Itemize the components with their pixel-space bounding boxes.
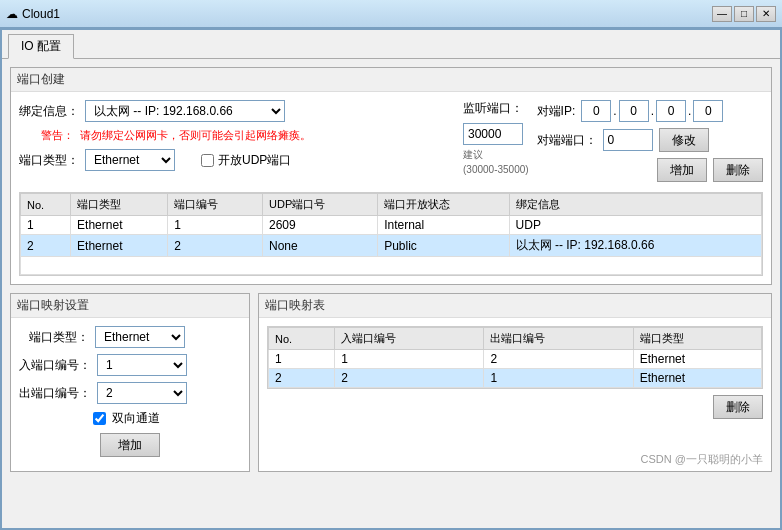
col-bind: 绑定信息 <box>509 194 761 216</box>
main-window: IO 配置 端口创建 绑定信息： 以太网 -- IP: 192.168.0.66 <box>0 28 782 530</box>
delete-port-button[interactable]: 删除 <box>713 158 763 182</box>
map-delete-button[interactable]: 删除 <box>713 395 763 419</box>
remote-ip-row: 对端IP: . . . <box>537 100 763 122</box>
ip-dot-1: . <box>613 104 616 118</box>
row1-bind: UDP <box>509 216 761 235</box>
map-col-inport: 入端口编号 <box>335 328 484 350</box>
tab-io-config[interactable]: IO 配置 <box>8 34 74 59</box>
cloud-icon: ☁ <box>6 7 18 21</box>
port-map-table-body-rows: 1 1 2 Ethernet 2 2 1 Ethernet <box>269 350 762 388</box>
main-content: 端口创建 绑定信息： 以太网 -- IP: 192.168.0.66 <box>2 59 780 488</box>
add-port-button[interactable]: 增加 <box>657 158 707 182</box>
row2-udpport: None <box>263 235 378 257</box>
map-delete-row: 删除 <box>267 395 763 419</box>
edit-button[interactable]: 修改 <box>659 128 709 152</box>
in-port-label: 入端口编号： <box>19 357 91 374</box>
ip-box-1[interactable] <box>581 100 611 122</box>
remote-port-input[interactable] <box>603 129 653 151</box>
ip-box-2[interactable] <box>619 100 649 122</box>
map-col-no: No. <box>269 328 335 350</box>
maprow1-type: Ethernet <box>633 350 761 369</box>
maprow2-outport: 1 <box>484 369 633 388</box>
row2-type: Ethernet <box>71 235 168 257</box>
port-table-head: No. 端口类型 端口编号 UDP端口号 端口开放状态 绑定信息 <box>21 194 762 216</box>
listen-port-input[interactable]: 30000 <box>463 123 523 145</box>
in-port-row: 入端口编号： 1 <box>19 354 241 376</box>
port-type-select[interactable]: Ethernet <box>85 149 175 171</box>
warning-text: 请勿绑定公网网卡，否则可能会引起网络瘫痪。 <box>80 128 311 143</box>
listen-port-area: 监听端口： 30000 建议 (30000-35000) <box>463 100 529 188</box>
close-button[interactable]: ✕ <box>756 6 776 22</box>
port-map-settings-section: 端口映射设置 端口类型： Ethernet 入端口编号： 1 <box>10 293 250 472</box>
table-row-empty1 <box>21 257 762 275</box>
suggest-text: (30000-35000) <box>463 164 529 175</box>
row1-status: Internal <box>378 216 509 235</box>
remote-ip-area: 对端IP: . . . <box>537 100 763 188</box>
port-map-header-row: No. 入端口编号 出端口编号 端口类型 <box>269 328 762 350</box>
listen-port-label: 监听端口： <box>463 100 523 117</box>
row1-type: Ethernet <box>71 216 168 235</box>
bidirectional-row: 双向通道 <box>93 410 241 427</box>
port-type-row: 端口类型： Ethernet 开放UDP端口 <box>19 149 455 171</box>
col-type: 端口类型 <box>71 194 168 216</box>
listen-port-row: 监听端口： <box>463 100 529 117</box>
map-add-row: 增加 <box>19 433 241 457</box>
maprow2-type: Ethernet <box>633 369 761 388</box>
watermark: CSDN @一只聪明的小羊 <box>641 452 763 467</box>
ip-input-group: . . . <box>581 100 723 122</box>
table-row[interactable]: 1 1 2 Ethernet <box>269 350 762 369</box>
port-map-table-title: 端口映射表 <box>259 294 771 318</box>
map-col-type: 端口类型 <box>633 328 761 350</box>
out-port-select[interactable]: 2 <box>97 382 187 404</box>
port-create-body: 绑定信息： 以太网 -- IP: 192.168.0.66 警告： 请勿绑定公网… <box>11 92 771 284</box>
remote-ip-label: 对端IP: <box>537 103 576 120</box>
bind-info-row: 绑定信息： 以太网 -- IP: 192.168.0.66 <box>19 100 455 122</box>
ip-box-3[interactable] <box>656 100 686 122</box>
open-udp-label: 开放UDP端口 <box>218 152 291 169</box>
table-row[interactable]: 1 Ethernet 1 2609 Internal UDP <box>21 216 762 235</box>
port-map-table-body: No. 入端口编号 出端口编号 端口类型 1 1 2 <box>259 318 771 427</box>
window-title: ☁ Cloud1 <box>6 7 60 21</box>
table-row[interactable]: 2 2 1 Ethernet <box>269 369 762 388</box>
bidirectional-label: 双向通道 <box>112 410 160 427</box>
map-port-type-select[interactable]: Ethernet <box>95 326 185 348</box>
minimize-button[interactable]: — <box>712 6 732 22</box>
row2-status: Public <box>378 235 509 257</box>
open-udp-checkbox[interactable] <box>201 154 214 167</box>
maximize-button[interactable]: □ <box>734 6 754 22</box>
map-add-button[interactable]: 增加 <box>100 433 160 457</box>
col-udpport: UDP端口号 <box>263 194 378 216</box>
row2-no: 2 <box>21 235 71 257</box>
port-map-table-inner: No. 入端口编号 出端口编号 端口类型 1 1 2 <box>268 327 762 388</box>
port-create-left: 绑定信息： 以太网 -- IP: 192.168.0.66 警告： 请勿绑定公网… <box>19 100 455 188</box>
map-port-type-label: 端口类型： <box>19 329 89 346</box>
bottom-sections: 端口映射设置 端口类型： Ethernet 入端口编号： 1 <box>10 293 772 480</box>
port-map-table: No. 入端口编号 出端口编号 端口类型 1 1 2 <box>267 326 763 389</box>
title-bar: ☁ Cloud1 — □ ✕ <box>0 0 782 28</box>
port-table-header-row: No. 端口类型 端口编号 UDP端口号 端口开放状态 绑定信息 <box>21 194 762 216</box>
map-port-type-row: 端口类型： Ethernet <box>19 326 241 348</box>
port-table-body: 1 Ethernet 1 2609 Internal UDP 2 Etherne… <box>21 216 762 275</box>
table-row[interactable]: 2 Ethernet 2 None Public 以太网 -- IP: 192.… <box>21 235 762 257</box>
out-port-row: 出端口编号： 2 <box>19 382 241 404</box>
maprow2-no: 2 <box>269 369 335 388</box>
bidirectional-checkbox[interactable] <box>93 412 106 425</box>
listen-port-input-row: 30000 <box>463 123 529 145</box>
port-type-label: 端口类型： <box>19 152 79 169</box>
row1-no: 1 <box>21 216 71 235</box>
row1-portno: 1 <box>168 216 263 235</box>
port-create-section: 端口创建 绑定信息： 以太网 -- IP: 192.168.0.66 <box>10 67 772 285</box>
port-table: No. 端口类型 端口编号 UDP端口号 端口开放状态 绑定信息 1 <box>19 192 763 276</box>
port-map-table-section: 端口映射表 No. 入端口编号 出端口编号 端口类型 <box>258 293 772 472</box>
maprow2-inport: 2 <box>335 369 484 388</box>
port-create-title: 端口创建 <box>11 68 771 92</box>
in-port-select[interactable]: 1 <box>97 354 187 376</box>
suggest-row: 建议 <box>463 147 529 162</box>
open-udp-row: 开放UDP端口 <box>201 152 291 169</box>
bind-info-select[interactable]: 以太网 -- IP: 192.168.0.66 <box>85 100 285 122</box>
port-map-settings-body: 端口类型： Ethernet 入端口编号： 1 出端口编号： <box>11 318 249 471</box>
maprow1-inport: 1 <box>335 350 484 369</box>
ip-dot-2: . <box>651 104 654 118</box>
row2-portno: 2 <box>168 235 263 257</box>
ip-box-4[interactable] <box>693 100 723 122</box>
